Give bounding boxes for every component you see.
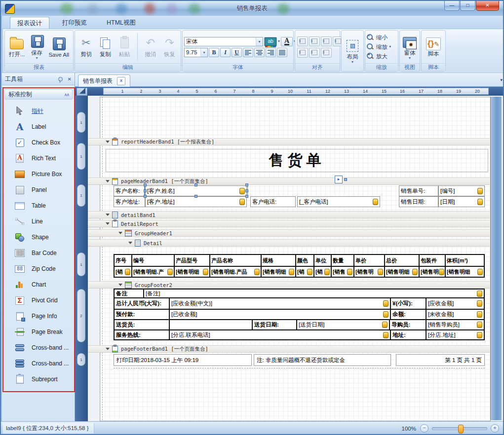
customer-name-label[interactable]: 客户名称: bbox=[114, 185, 145, 196]
selection-handle[interactable] bbox=[144, 183, 147, 186]
detail-col-header[interactable]: 数量 bbox=[332, 255, 353, 266]
detail-data-cell[interactable]: [销售明 bbox=[354, 267, 384, 277]
toolbox-item-table[interactable]: Table bbox=[5, 198, 72, 213]
detail-col-header[interactable]: 产品型号 bbox=[175, 255, 209, 266]
paste-button[interactable]: 粘贴 bbox=[116, 35, 132, 59]
pin-icon[interactable] bbox=[58, 77, 63, 81]
toolbox-item-pagebreak[interactable]: Page Break bbox=[5, 325, 72, 339]
hotline-field[interactable]: [分店.联系电话] bbox=[170, 330, 390, 339]
selection-handle[interactable] bbox=[344, 178, 347, 181]
selection-handle[interactable] bbox=[194, 195, 197, 198]
vertical-scrollbar[interactable] bbox=[490, 97, 502, 420]
total-num-field[interactable]: [应收金额] bbox=[426, 298, 484, 309]
chevron-down-icon[interactable]: ▾ bbox=[256, 37, 263, 46]
smart-tag-button[interactable]: ▸ bbox=[335, 176, 343, 183]
band-header-page-footer[interactable]: pageFooterBand1 [一个页面集合] bbox=[88, 345, 490, 353]
band-header-page-header[interactable]: pageHeaderBand1 [一个页面集合] bbox=[88, 178, 490, 185]
align-tops-button[interactable] bbox=[297, 48, 308, 58]
balance-label[interactable]: 余额: bbox=[391, 310, 426, 319]
detail-data-cell[interactable]: [销售明细 bbox=[385, 267, 419, 277]
maximize-button[interactable]: □ bbox=[460, 1, 475, 11]
align-bottoms-button[interactable] bbox=[321, 48, 332, 58]
collapse-triangle-icon[interactable] bbox=[106, 180, 110, 182]
collapse-triangle-icon[interactable] bbox=[106, 141, 110, 143]
detail-data-cell[interactable]: [销售明 bbox=[420, 267, 445, 277]
prepaid-label[interactable]: 预付款: bbox=[115, 310, 169, 319]
close-button[interactable]: ✕ bbox=[476, 1, 499, 11]
toolbox-item-subreport[interactable]: Subreport bbox=[5, 372, 72, 387]
close-icon[interactable]: ✕ bbox=[68, 76, 72, 82]
detail-col-header[interactable]: 体积(m³) bbox=[446, 255, 484, 266]
zoom-out-button[interactable]: − 缩小 bbox=[365, 33, 398, 42]
order-no-label[interactable]: 销售单号: bbox=[399, 185, 438, 196]
deliverer-label[interactable]: 送货员: bbox=[115, 320, 169, 329]
toolbox-item-pageinfo[interactable]: Page Info bbox=[5, 309, 72, 324]
detail-col-header[interactable]: 包装件 bbox=[420, 255, 445, 266]
form-view-button[interactable]: 窗体 ▾ bbox=[402, 34, 418, 60]
zoom-out-icon[interactable]: − bbox=[420, 424, 428, 433]
detail-col-header[interactable]: 颜色 bbox=[296, 255, 313, 266]
minimize-button[interactable]: — bbox=[444, 1, 460, 11]
zoom-button[interactable]: 缩放 ▾ bbox=[365, 42, 398, 52]
title-bar[interactable]: 销售单报表 — □ ✕ bbox=[1, 1, 503, 16]
band-header-detail-report[interactable]: DetailReport bbox=[88, 220, 490, 227]
detail-col-header[interactable]: 产品名称 bbox=[210, 255, 261, 266]
copy-button[interactable]: 复制 bbox=[97, 35, 113, 59]
detail-table[interactable]: 序号 编号 产品型号 产品名称 规格 颜色 单位 数量 单价 总价 包装件 体积… bbox=[114, 254, 485, 278]
bold-button[interactable]: B bbox=[209, 48, 219, 57]
toolbox-item-crossband-box[interactable]: Cross-band ... bbox=[5, 356, 72, 371]
detail-data-cell[interactable]: [销售明细.产品 bbox=[210, 267, 261, 277]
detail-col-header[interactable]: 序号 bbox=[115, 255, 131, 266]
justify-button[interactable] bbox=[277, 48, 287, 57]
detail-col-header[interactable]: 编号 bbox=[132, 255, 174, 266]
address-label[interactable]: 地址: bbox=[391, 330, 426, 339]
detail-col-header[interactable]: 总价 bbox=[385, 255, 419, 266]
customer-address-field[interactable]: [客户.地址] bbox=[145, 196, 247, 207]
toolbox-item-crossband-line[interactable]: Cross-band ... bbox=[5, 340, 72, 355]
detail-data-cell[interactable]: [销售明细 bbox=[446, 267, 484, 277]
redo-button[interactable]: ↷ 恢复 bbox=[162, 35, 178, 59]
toolbox-item-chart[interactable]: Chart bbox=[5, 277, 72, 292]
save-all-button[interactable]: Save All bbox=[47, 36, 70, 58]
toolbox-item-label[interactable]: A Label bbox=[5, 119, 72, 134]
layout-button[interactable]: 布局 ▾ bbox=[346, 37, 359, 64]
note-field[interactable]: [备注] bbox=[144, 290, 484, 297]
chevron-down-icon[interactable]: ▾ bbox=[500, 77, 503, 82]
customer-address-label[interactable]: 客户地址: bbox=[114, 196, 145, 207]
guide-label[interactable]: 导购员: bbox=[390, 320, 426, 329]
detail-col-header[interactable]: 单价 bbox=[354, 255, 384, 266]
detail-data-cell[interactable]: [销售 bbox=[332, 267, 353, 277]
zoom-in-icon[interactable]: + bbox=[491, 424, 499, 433]
font-size-combo[interactable]: 9.75 ▾ bbox=[184, 48, 208, 57]
prepaid-field[interactable]: [已收金额] bbox=[170, 310, 390, 319]
customer-phone-label[interactable]: 客户电话: bbox=[250, 196, 296, 207]
band-header-group-header[interactable]: GroupHeader1 bbox=[88, 229, 490, 237]
delivery-date-field[interactable]: [送货日期] bbox=[297, 320, 389, 329]
align-centers-button[interactable] bbox=[321, 36, 332, 46]
font-name-combo[interactable]: 宋体 ▾ bbox=[184, 37, 263, 46]
collapse-triangle-icon[interactable] bbox=[128, 242, 132, 244]
highlight-color-button[interactable]: ab bbox=[264, 37, 277, 46]
print-date-label[interactable]: 打印日期:2018-03-15 上午 09:19 bbox=[114, 354, 252, 366]
address-field[interactable]: [分店.地址] bbox=[426, 330, 484, 339]
footer-note-label[interactable]: 注: 非质量问题概不退还货款或定金 bbox=[254, 354, 391, 366]
zoom-in-button[interactable]: + 放大 bbox=[365, 52, 398, 61]
detail-col-header[interactable]: 规格 bbox=[262, 255, 295, 266]
align-middles-button[interactable] bbox=[309, 48, 320, 58]
zoom-slider-thumb[interactable] bbox=[458, 425, 464, 434]
tab-report-design[interactable]: 报表设计 bbox=[10, 17, 49, 29]
customer-ph one-field[interactable]: [_客户电话] bbox=[297, 196, 380, 207]
toolbox-item-panel[interactable]: Panel bbox=[5, 182, 72, 197]
italic-button[interactable]: I bbox=[220, 48, 231, 57]
align-text-center-button[interactable] bbox=[254, 48, 265, 57]
chevron-up-icon[interactable]: ∧∧ bbox=[64, 92, 69, 97]
balance-field[interactable]: [未收金额] bbox=[426, 310, 484, 319]
close-icon[interactable]: x bbox=[117, 77, 125, 85]
chevron-down-icon[interactable]: ▾ bbox=[200, 48, 207, 57]
toolbox-item-pivotgrid[interactable]: Σ Pivot Grid bbox=[5, 293, 72, 308]
selection-handle[interactable] bbox=[144, 189, 147, 192]
detail-data-cell[interactable]: [销 bbox=[314, 267, 331, 277]
detail-data-cell[interactable]: [销售明细 bbox=[262, 267, 295, 277]
detail-data-cell[interactable]: [销 bbox=[115, 267, 131, 277]
tab-print-preview[interactable]: 打印预览 bbox=[55, 17, 94, 29]
